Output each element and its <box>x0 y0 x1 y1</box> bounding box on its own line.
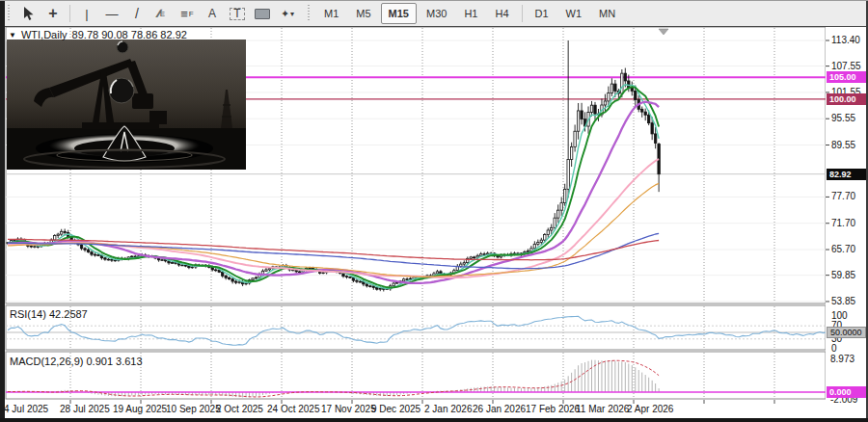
channel-sub-letter: E <box>160 10 165 18</box>
vertical-line-tool-button[interactable]: | <box>75 3 98 24</box>
timeframe-h1[interactable]: H1 <box>456 3 485 24</box>
fibonacci-icon: ≡ <box>180 7 188 21</box>
macd-values: 0.901 3.613 <box>86 356 142 367</box>
text-icon: A <box>208 7 216 20</box>
cursor-icon <box>22 7 35 21</box>
shapes-tool-button[interactable] <box>251 3 274 24</box>
cursor-tool-button[interactable] <box>16 3 40 24</box>
text-tool-button[interactable]: A <box>201 3 224 24</box>
macd-axis-max: 8.973 <box>830 354 854 364</box>
horizontal-line-icon: — <box>106 7 119 21</box>
toolbar: + | — / ∕∕ E ≡ F A T ✦ ▾ <box>0 1 868 27</box>
label-tool-button[interactable]: T <box>226 3 249 24</box>
arrows-tool-button[interactable]: ✦ ▾ <box>276 3 299 24</box>
timeframe-m15[interactable]: M15 <box>381 3 417 24</box>
crosshair-tool-button[interactable]: + <box>41 3 65 24</box>
trendline-tool-button[interactable]: / <box>125 3 149 24</box>
rsi-level-badge: 50.0000 <box>827 327 866 338</box>
level-badge-105: 105.00 <box>827 71 866 83</box>
fibonacci-sub-letter: F <box>189 10 194 18</box>
equidistant-channel-tool-button[interactable]: ∕∕ E <box>150 3 174 24</box>
vertical-line-icon: | <box>85 7 88 21</box>
rsi-value: 42.2587 <box>49 308 88 320</box>
rsi-name: RSI(14) <box>10 308 46 320</box>
timeframe-h4[interactable]: H4 <box>487 3 516 24</box>
timeframe-mn[interactable]: MN <box>591 3 623 24</box>
trading-terminal-window: + | — / ∕∕ E ≡ F A T ✦ ▾ <box>0 0 868 422</box>
symbol-dropdown-icon: ▼ <box>9 31 16 40</box>
ohlc-values: 89.78 90.08 78.86 82.92 <box>72 29 187 40</box>
bid-price-badge: 82.92 <box>827 169 866 180</box>
crosshair-icon: + <box>48 5 57 22</box>
dropdown-arrow-icon: ▾ <box>290 10 294 18</box>
toolbar-separator <box>522 5 523 22</box>
timeframe-d1[interactable]: D1 <box>528 3 556 24</box>
oil-pumpjack-photo <box>7 40 246 170</box>
macd-name: MACD(12,26,9) <box>10 356 83 367</box>
fibonacci-tool-button[interactable]: ≡ F <box>176 3 199 24</box>
arrows-icon: ✦ <box>281 8 289 20</box>
rsi-indicator-label: RSI(14) 42.2587 <box>10 308 88 320</box>
level-badge-100: 100.00 <box>827 93 866 105</box>
timeframe-m5[interactable]: M5 <box>348 3 378 24</box>
macd-indicator-label: MACD(12,26,9) 0.901 3.613 <box>10 356 143 367</box>
timeframe-m30[interactable]: M30 <box>419 3 454 24</box>
toolbar-grip[interactable] <box>307 5 312 22</box>
window-edge-top <box>0 0 868 1</box>
toolbar-separator <box>69 5 70 22</box>
label-icon: T <box>230 8 244 20</box>
horizontal-line-tool-button[interactable]: — <box>100 3 123 24</box>
macd-zero-badge: 0.000 <box>827 386 866 398</box>
window-edge-left <box>0 0 5 422</box>
symbol-title[interactable]: ▼ WTI,Daily 89.78 90.08 78.86 82.92 <box>9 29 187 40</box>
timeframe-m1[interactable]: M1 <box>316 3 346 24</box>
trendline-icon: / <box>135 6 139 21</box>
timeframe-w1[interactable]: W1 <box>558 3 590 24</box>
symbol-period-label: WTI,Daily <box>21 29 68 40</box>
shapes-icon <box>255 9 270 19</box>
toolbar-grip[interactable] <box>7 5 12 22</box>
window-edge-bottom <box>0 418 868 422</box>
